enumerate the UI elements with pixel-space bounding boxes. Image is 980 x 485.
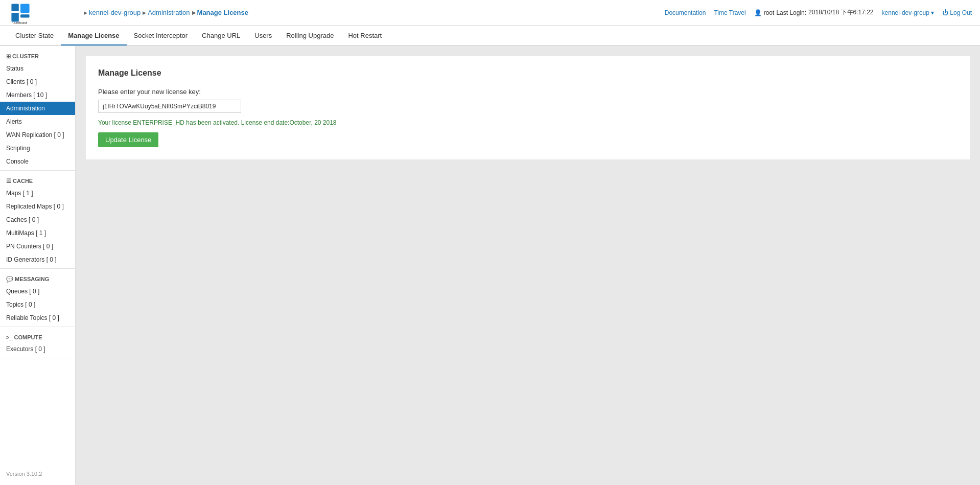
topbar-right: Documentation Time Travel 👤 root Last Lo… bbox=[665, 8, 972, 17]
main-layout: ⊞ CLUSTERStatusClients [ 0 ]Members [ 10… bbox=[0, 46, 980, 485]
nav-scripting[interactable]: Scripting bbox=[0, 142, 75, 155]
svg-rect-3 bbox=[20, 14, 30, 17]
tab-manage-license[interactable]: Manage License bbox=[61, 27, 126, 45]
svg-rect-2 bbox=[20, 4, 30, 13]
sidebar: ⊞ CLUSTERStatusClients [ 0 ]Members [ 10… bbox=[0, 46, 76, 485]
sidebar-divider bbox=[0, 268, 75, 269]
logout-label: Log Out bbox=[950, 9, 972, 16]
username: root bbox=[764, 9, 775, 16]
tab-cluster-state[interactable]: Cluster State bbox=[8, 27, 61, 45]
last-login-label: Last Login: bbox=[776, 9, 806, 16]
tab-change-url[interactable]: Change URL bbox=[195, 27, 247, 45]
tab-rolling-upgrade[interactable]: Rolling Upgrade bbox=[279, 27, 341, 45]
topbar: hazelcast kennel-dev-group Administratio… bbox=[0, 0, 980, 26]
tab-socket-interceptor[interactable]: Socket Interceptor bbox=[127, 27, 195, 45]
manage-license-card: Manage License Please enter your new lic… bbox=[86, 56, 970, 159]
sidebar-section-section-compute: >_ COMPUTE bbox=[0, 329, 75, 342]
sidebar-version: Version 3.10.2 bbox=[0, 467, 48, 481]
time-travel-link[interactable]: Time Travel bbox=[714, 9, 745, 16]
nav-reliable-topics[interactable]: Reliable Topics [ 0 ] bbox=[0, 311, 75, 325]
breadcrumb-admin[interactable]: Administration bbox=[143, 9, 190, 16]
hazelcast-logo: hazelcast bbox=[8, 1, 33, 25]
nav-console[interactable]: Console bbox=[0, 155, 75, 168]
nav-alerts[interactable]: Alerts bbox=[0, 115, 75, 128]
documentation-link[interactable]: Documentation bbox=[665, 9, 706, 16]
nav-topics[interactable]: Topics [ 0 ] bbox=[0, 298, 75, 311]
update-license-button[interactable]: Update License bbox=[98, 132, 158, 147]
sidebar-section-section-cluster: ⊞ CLUSTER bbox=[0, 48, 75, 62]
nav-pn-counters[interactable]: PN Counters [ 0 ] bbox=[0, 240, 75, 253]
nav-caches[interactable]: Caches [ 0 ] bbox=[0, 213, 75, 226]
tab-users[interactable]: Users bbox=[247, 27, 279, 45]
user-icon: 👤 bbox=[754, 9, 762, 16]
subnav: Cluster StateManage LicenseSocket Interc… bbox=[0, 26, 980, 46]
group-dropdown[interactable]: kennel-dev-group ▾ bbox=[882, 9, 935, 16]
nav-replicated-maps[interactable]: Replicated Maps [ 0 ] bbox=[0, 200, 75, 213]
nav-clients[interactable]: Clients [ 0 ] bbox=[0, 75, 75, 88]
logout-button[interactable]: ⏻ Log Out bbox=[942, 9, 972, 16]
svg-rect-0 bbox=[11, 4, 18, 11]
nav-administration[interactable]: Administration bbox=[0, 102, 75, 115]
nav-members[interactable]: Members [ 10 ] bbox=[0, 88, 75, 102]
license-success-message: Your license ENTERPRISE_HD has been acti… bbox=[98, 118, 958, 127]
breadcrumb: kennel-dev-group Administration Manage L… bbox=[84, 9, 665, 16]
breadcrumb-manage-license[interactable]: Manage License bbox=[192, 9, 248, 16]
sidebar-divider bbox=[0, 327, 75, 327]
sidebar-section-section-cache: ☰ CACHE bbox=[0, 173, 75, 187]
logout-icon: ⏻ bbox=[942, 9, 948, 16]
tab-hot-restart[interactable]: Hot Restart bbox=[341, 27, 389, 45]
license-key-input[interactable] bbox=[98, 100, 241, 113]
nav-wan-replication[interactable]: WAN Replication [ 0 ] bbox=[0, 128, 75, 142]
nav-id-generators[interactable]: ID Generators [ 0 ] bbox=[0, 253, 75, 266]
nav-queues[interactable]: Queues [ 0 ] bbox=[0, 285, 75, 298]
user-info: 👤 root Last Login: 2018/10/18 下午6:17:22 bbox=[754, 8, 874, 17]
svg-text:hazelcast: hazelcast bbox=[11, 20, 27, 25]
license-form-label: Please enter your new license key: bbox=[98, 88, 958, 96]
chevron-down-icon: ▾ bbox=[931, 9, 934, 16]
nav-maps[interactable]: Maps [ 1 ] bbox=[0, 187, 75, 200]
last-login-value: 2018/10/18 下午6:17:22 bbox=[808, 8, 873, 17]
manage-license-title: Manage License bbox=[98, 68, 958, 78]
sidebar-section-section-messaging: 💬 MESSAGING bbox=[0, 271, 75, 285]
content-area: Manage License Please enter your new lic… bbox=[76, 46, 980, 485]
sidebar-divider bbox=[0, 358, 75, 358]
logo-area: hazelcast bbox=[8, 1, 84, 25]
nav-executors[interactable]: Executors [ 0 ] bbox=[0, 342, 75, 356]
group-name: kennel-dev-group bbox=[882, 9, 929, 16]
nav-multimaps[interactable]: MultiMaps [ 1 ] bbox=[0, 226, 75, 240]
sidebar-divider bbox=[0, 170, 75, 171]
nav-status[interactable]: Status bbox=[0, 62, 75, 75]
breadcrumb-group[interactable]: kennel-dev-group bbox=[84, 9, 141, 16]
